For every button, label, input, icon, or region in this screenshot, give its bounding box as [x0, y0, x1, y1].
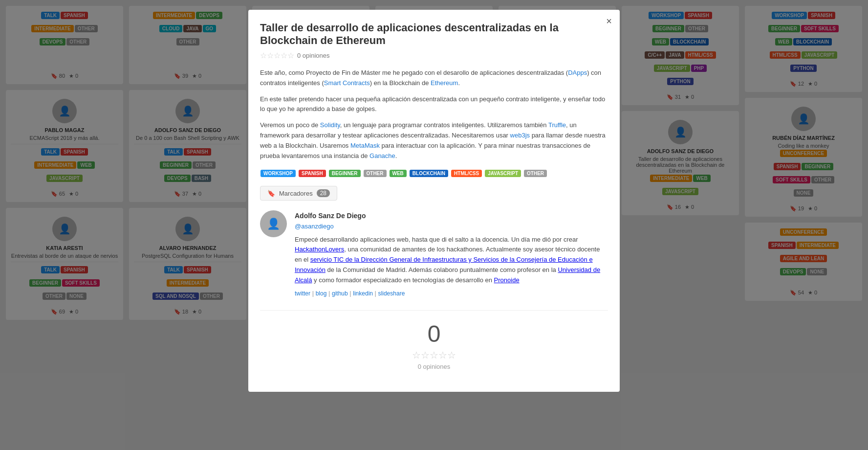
modal-tag-workshop[interactable]: WORKSHOP: [260, 170, 296, 177]
link-smart-contracts[interactable]: Smart Contracts: [324, 79, 370, 87]
modal-tag-web[interactable]: WEB: [390, 170, 407, 177]
author-bio: Empecé desarrollando aplicaciones web, h…: [295, 235, 608, 286]
rating-opiniones: 0 opiniones: [270, 363, 598, 370]
author-handle[interactable]: @asanzdiego: [295, 222, 608, 232]
marcadores-button[interactable]: 🔖 Marcadores 28: [260, 186, 337, 201]
link-solidity[interactable]: Solidity: [320, 121, 340, 129]
link-github[interactable]: github: [332, 290, 348, 297]
link-metamask[interactable]: MetaMask: [350, 142, 380, 149]
modal-body: Este año, como Proyecto de Fin de Máster…: [260, 68, 608, 161]
modal-tag-htmlcss[interactable]: HTML/CSS: [451, 170, 482, 177]
modal-tag-spanish[interactable]: SPANISH: [299, 170, 326, 177]
modal-tag-blockchain[interactable]: BLOCKCHAIN: [410, 170, 448, 177]
modal-paragraph-1: Este año, como Proyecto de Fin de Máster…: [260, 68, 608, 89]
link-blog[interactable]: blog: [316, 290, 327, 297]
modal-tag-other2[interactable]: OTHER: [524, 170, 547, 177]
marcadores-count: 28: [317, 189, 330, 197]
marcadores-label: Marcadores: [279, 190, 313, 197]
author-link[interactable]: @asanzdiego: [295, 223, 334, 230]
modal-rating-header: ☆☆☆☆☆ 0 opiniones: [260, 51, 608, 60]
modal-tag-other[interactable]: OTHER: [364, 170, 387, 177]
link-twitter[interactable]: twitter: [295, 290, 310, 297]
rating-number: 0: [270, 320, 598, 347]
link-ethereum[interactable]: Ethereum: [431, 79, 458, 87]
author-links: twitter | blog | github | linkedin | sli…: [295, 289, 608, 299]
link-dapps[interactable]: DApps: [568, 69, 587, 76]
modal-close-button[interactable]: ×: [606, 16, 612, 27]
author-section: 👤 Adolfo Sanz De Diego @asanzdiego Empec…: [260, 210, 608, 298]
modal-dialog: × Taller de desarrollo de aplicaciones d…: [248, 10, 620, 392]
link-slideshare[interactable]: slideshare: [378, 290, 405, 297]
link-truffle[interactable]: Truffle: [548, 121, 566, 129]
author-name: Adolfo Sanz De Diego: [295, 210, 608, 221]
modal-tag-beginner[interactable]: BEGINNER: [329, 170, 361, 177]
rating-stars[interactable]: ☆☆☆☆☆: [270, 349, 598, 361]
link-linkedin[interactable]: linkedin: [353, 290, 373, 297]
link-pronoide[interactable]: Pronoide: [494, 276, 520, 284]
modal-opiniones: 0 opiniones: [297, 52, 330, 59]
modal-title: Taller de desarrollo de aplicaciones des…: [260, 22, 608, 47]
link-alcala[interactable]: Universidad de Alcalá: [295, 266, 600, 284]
star-rating: ☆☆☆☆☆: [260, 51, 294, 60]
author-avatar: 👤: [260, 210, 287, 237]
modal-overlay[interactable]: × Taller de desarrollo de aplicaciones d…: [0, 0, 868, 450]
modal-tag-javascript[interactable]: JAVASCRIPT: [485, 170, 521, 177]
link-hackathonlovers[interactable]: HackathonLovers: [295, 246, 344, 253]
modal-paragraph-3: Veremos un poco de Solidity, un lenguaje…: [260, 120, 608, 161]
rating-section: 0 ☆☆☆☆☆ 0 opiniones: [260, 310, 608, 380]
link-ganache[interactable]: Ganache: [369, 152, 395, 159]
modal-paragraph-2: En este taller pretendo hacer una pequeñ…: [260, 94, 608, 115]
link-servicio-tic[interactable]: servicio TIC de la Dirección General de …: [295, 256, 593, 273]
author-info: Adolfo Sanz De Diego @asanzdiego Empecé …: [295, 210, 608, 298]
link-web3js[interactable]: web3js: [510, 132, 530, 139]
modal-tags: WORKSHOP SPANISH BEGINNER OTHER WEB BLOC…: [260, 169, 608, 178]
